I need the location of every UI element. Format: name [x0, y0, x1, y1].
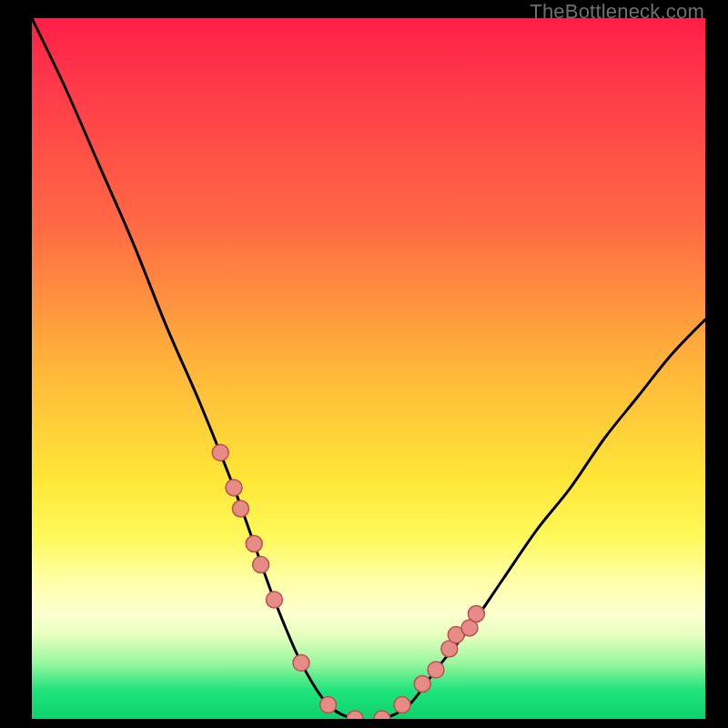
- plot-area: [32, 18, 705, 719]
- data-dot: [374, 711, 390, 719]
- bottleneck-curve: [32, 18, 705, 719]
- data-dot: [347, 711, 363, 719]
- chart-frame: TheBottleneck.com: [0, 0, 728, 728]
- data-dot: [266, 592, 282, 608]
- data-dot: [212, 444, 228, 460]
- data-dot: [414, 676, 430, 693]
- data-dot: [293, 654, 309, 671]
- data-dot: [253, 557, 269, 573]
- curve-svg: [32, 18, 705, 719]
- data-dot: [246, 536, 262, 552]
- data-dot: [320, 697, 337, 713]
- data-dot: [468, 606, 484, 622]
- data-dot: [226, 480, 242, 496]
- data-dot: [232, 500, 248, 517]
- data-dot: [394, 697, 410, 713]
- curve-dots: [212, 444, 484, 719]
- watermark-text: TheBottleneck.com: [530, 0, 704, 24]
- data-dot: [428, 662, 444, 678]
